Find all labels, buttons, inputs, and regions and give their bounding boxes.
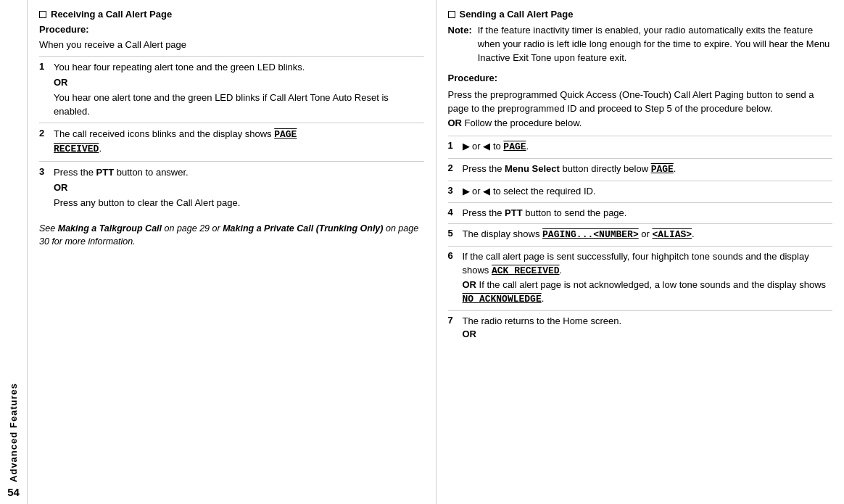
right-step-4-ptt: PTT <box>505 207 523 218</box>
note-block: Note: If the feature inactivity timer is… <box>448 24 833 65</box>
right-step-1-mono: PAGE <box>503 141 526 152</box>
right-step-num-6: 6 <box>448 250 463 261</box>
right-step-content-6: If the call alert page is sent successfu… <box>463 250 833 306</box>
step-content-2: The call received icons blinks and the d… <box>54 128 424 157</box>
main-content: Receiving a Call Alert Page Procedure: W… <box>28 0 844 504</box>
section-icon <box>39 11 46 18</box>
right-step-6-mono1: ACK RECEIVED <box>492 265 560 276</box>
right-step-6-or: OR <box>463 279 477 290</box>
right-step-num-4: 4 <box>448 207 463 218</box>
sidebar-label: Advanced Features <box>8 383 19 482</box>
left-column: Receiving a Call Alert Page Procedure: W… <box>28 0 437 504</box>
right-step-5: 5 The display shows PAGING...<NUMBER> or… <box>448 223 833 246</box>
right-step-num-5: 5 <box>448 228 463 239</box>
intro-bold: Quick Access (One-Touch) Call Alert Pagi… <box>560 89 744 100</box>
right-step-content-7: The radio returns to the Home screen. OR <box>463 315 622 342</box>
step-3-or: OR <box>54 181 424 195</box>
right-step-content-2: Press the Menu Select button directly be… <box>463 162 677 177</box>
step-2-mono: PAGERECEIVED <box>54 129 297 154</box>
page-number: 54 <box>7 486 20 498</box>
right-section-title: Sending a Call Alert Page <box>448 9 833 20</box>
italic-link-2: Making a Private Call (Trunking Only) <box>223 223 383 234</box>
right-step-content-4: Press the PTT button to send the page. <box>463 207 627 220</box>
note-text: If the feature inactivity timer is enabl… <box>478 24 832 65</box>
step-number-1: 1 <box>39 61 54 72</box>
right-step-num-3: 3 <box>448 185 463 196</box>
right-step-6-mono2: NO ACKNOWLEDGE <box>463 294 542 305</box>
right-step-content-1: ▶ or ◀ to PAGE. <box>463 140 529 154</box>
right-step-7: 7 The radio returns to the Home screen. … <box>448 310 833 346</box>
left-steps-list: 1 You hear four repeating alert tone and… <box>39 56 424 215</box>
step-1-or: OR <box>54 76 424 90</box>
right-step-2-mono: PAGE <box>651 164 674 175</box>
step-number-2: 2 <box>39 128 54 139</box>
right-step-2: 2 Press the Menu Select button directly … <box>448 158 833 181</box>
right-section-title-text: Sending a Call Alert Page <box>460 9 574 20</box>
right-step-2-bold: Menu Select <box>505 163 560 174</box>
right-step-3: 3 ▶ or ◀ to select the required ID. <box>448 181 833 202</box>
right-step-5-mono1: PAGING...<NUMBER> <box>542 229 639 240</box>
left-step-3: 3 Press the PTT button to answer. OR Pre… <box>39 161 424 215</box>
right-step-7-or: OR <box>463 329 477 339</box>
note-label: Note: <box>448 24 472 65</box>
italic-link-1: Making a Talkgroup Call <box>58 223 162 234</box>
right-intro-para: Press the preprogrammed Quick Access (On… <box>448 88 833 131</box>
right-step-content-3: ▶ or ◀ to select the required ID. <box>463 185 596 199</box>
right-steps-list: 1 ▶ or ◀ to PAGE. 2 Press the Menu Selec… <box>448 136 833 345</box>
intro-or: OR <box>448 117 463 128</box>
left-section-title-text: Receiving a Call Alert Page <box>51 9 172 20</box>
left-step-2: 2 The call received icons blinks and the… <box>39 123 424 161</box>
left-intro-text: When you receive a Call Alert page <box>39 39 424 50</box>
right-procedure-label: Procedure: <box>448 73 833 83</box>
right-step-content-5: The display shows PAGING...<NUMBER> or <… <box>463 228 695 242</box>
right-step-1: 1 ▶ or ◀ to PAGE. <box>448 136 833 158</box>
right-step-num-2: 2 <box>448 162 463 173</box>
right-step-4: 4 Press the PTT button to send the page. <box>448 202 833 224</box>
left-section-title: Receiving a Call Alert Page <box>39 9 424 20</box>
left-step-1: 1 You hear four repeating alert tone and… <box>39 56 424 123</box>
right-step-5-mono2: <ALIAS> <box>652 229 692 240</box>
step-content-3: Press the PTT button to answer. OR Press… <box>54 166 424 210</box>
step-3-ptt: PTT <box>96 167 115 178</box>
step-number-3: 3 <box>39 166 54 177</box>
step-content-1: You hear four repeating alert tone and t… <box>54 61 424 118</box>
right-step-num-1: 1 <box>448 140 463 151</box>
right-step-6: 6 If the call alert page is sent success… <box>448 246 833 310</box>
right-section-icon <box>448 11 455 18</box>
right-column: Sending a Call Alert Page Note: If the f… <box>437 0 845 504</box>
left-procedure-label: Procedure: <box>39 24 424 35</box>
right-step-num-7: 7 <box>448 315 463 326</box>
left-italic-note: See Making a Talkgroup Call on page 29 o… <box>39 222 424 249</box>
sidebar: Advanced Features 54 <box>0 0 28 504</box>
